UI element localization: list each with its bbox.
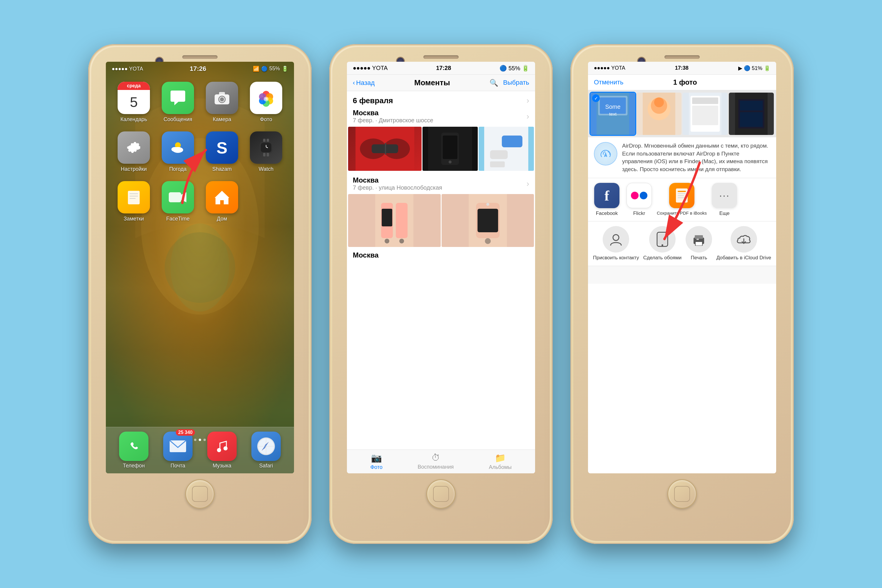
nav-select-2[interactable]: Выбрать [503,79,529,87]
svg-rect-98 [696,239,699,240]
svg-rect-22 [263,153,266,156]
nav-search-2[interactable]: 🔍 [489,79,498,87]
weather-label: Погода [169,166,186,172]
speaker-2 [423,55,459,59]
app-notes[interactable]: Заметки [115,181,153,222]
action-icloud[interactable]: Добавить в iCloud Drive [717,226,771,261]
svg-rect-88 [678,193,686,194]
svg-rect-47 [385,143,386,154]
svg-point-85 [640,192,647,200]
svg-point-35 [224,446,228,450]
nav-title-2: Моменты [414,78,450,87]
svg-point-60 [399,239,404,243]
tab-bar-photos: 📷 Фото ⏱ Воспоминания 📁 Альбомы [347,450,535,473]
status-battery-3: ▶ 🔵 51% 🔋 [738,65,770,72]
iphone-1: ●●●●● YOTA 17:26 📶🔵55%🔋 среда 5 Календар… [88,44,312,544]
share-app-more[interactable]: ··· Еще [710,183,739,216]
action-contact[interactable]: Присвоить контакту [593,226,639,261]
airdrop-description: AirDrop. Мгновенный обмен данными с теми… [622,142,770,173]
screen-2: ●●●●● YOTA 17:28 🔵 55% 🔋 ‹Назад Моменты … [347,62,535,473]
status-battery-2: 🔵 55% 🔋 [500,64,529,72]
photo-thumb-phone[interactable] [423,127,478,171]
home-button-2[interactable] [426,479,456,508]
nav-back-2[interactable]: ‹Назад [353,79,375,87]
dock-music[interactable]: Музыка [207,432,237,469]
dock-music-label: Музыка [213,463,231,469]
tab-photos[interactable]: 📷 Фото [370,453,382,470]
calendar-day: 5 [130,90,138,114]
tab-albums[interactable]: 📁 Альбомы [489,453,512,470]
date-section-1: 6 февраля [353,96,393,105]
screen-3: ●●●●● YOTA 17:38 ▶ 🔵 51% 🔋 Отменить 1 фо… [588,62,776,473]
action-print[interactable]: Печать [686,226,712,261]
share-count: 1 фото [673,78,697,86]
dock-safari[interactable]: Safari [251,432,281,469]
app-messages[interactable]: Сообщения [159,82,197,123]
photo-thumb-iphone2[interactable] [442,194,534,247]
app-weather[interactable]: Погода [159,131,197,172]
home-button-3[interactable] [668,479,697,508]
home-button-1[interactable] [185,479,214,508]
app-facetime[interactable]: FaceTime [159,181,197,222]
svg-point-17 [171,147,178,152]
notes-label: Заметки [124,216,144,222]
time-1: 17:26 [190,65,206,73]
mail-badge: 25 340 [176,429,195,436]
app-settings[interactable]: Настройки [115,131,153,172]
iphone-3: ●●●●● YOTA 17:38 ▶ 🔵 51% 🔋 Отменить 1 фо… [570,44,794,544]
svg-rect-96 [695,235,703,239]
dock-phone[interactable]: Телефон [119,432,148,469]
share-thumb-2[interactable] [636,93,681,135]
screen-1: ●●●●● YOTA 17:26 📶🔵55%🔋 среда 5 Календар… [106,62,294,473]
location-sub-1: 7 февр. · Дмитровское шоссе [353,117,434,124]
svg-rect-93 [658,234,666,244]
airdrop-icon [594,142,617,165]
app-home[interactable]: Дом [203,181,241,222]
action-wallpaper[interactable]: Сделать обоями [643,226,682,261]
photos-label: Фото [260,116,272,123]
dock-mail[interactable]: 25 340 Почта [163,432,193,469]
svg-point-84 [631,192,639,200]
share-thumb-1[interactable]: Some text ✓ [590,93,635,135]
svg-point-94 [662,244,663,246]
svg-marker-31 [181,192,186,202]
dock-safari-label: Safari [259,463,273,469]
location-2: Москва [353,176,442,184]
status-time-2: 17:28 [436,64,451,72]
app-calendar[interactable]: среда 5 Календарь [115,82,153,123]
share-thumb-4[interactable] [729,93,774,135]
photo-thumb-vr[interactable] [348,127,422,171]
app-camera[interactable]: Камера [203,82,241,123]
svg-rect-97 [695,242,702,246]
app-watch[interactable]: Watch [247,131,285,172]
svg-text:text: text [609,111,617,116]
dock-mail-label: Почта [171,463,185,469]
calendar-label: Календарь [120,116,147,123]
photo-thumb-iphone1[interactable] [348,194,441,247]
svg-rect-7 [219,92,225,95]
tab-memories[interactable]: ⏱ Воспоминания [417,453,454,470]
svg-point-75 [654,98,664,107]
svg-rect-58 [396,203,408,238]
photo-thumb-chat[interactable] [478,127,534,171]
camera-label: Камера [213,116,231,123]
svg-rect-82 [740,101,763,111]
svg-rect-83 [740,112,763,127]
svg-rect-56 [375,194,413,247]
carrier-1: ●●●●● YOTA [112,66,143,72]
svg-point-66 [486,203,489,206]
status-time-3: 17:38 [675,65,688,71]
dock: Телефон 25 340 Почта [106,427,294,473]
svg-rect-78 [692,98,718,104]
share-app-flickr[interactable]: Flickr [624,183,654,216]
share-thumb-3[interactable] [682,93,728,135]
app-photos[interactable]: Фото [247,82,285,123]
svg-rect-79 [692,105,718,125]
app-shazam[interactable]: S Shazam [203,131,241,172]
share-app-facebook[interactable]: f Facebook [592,183,621,216]
svg-rect-54 [490,150,508,159]
settings-label: Настройки [121,166,147,172]
share-app-ibooks[interactable]: Сохранить PDF в iBooks [657,183,707,216]
svg-rect-23 [267,153,269,156]
share-cancel-btn[interactable]: Отменить [594,78,624,86]
